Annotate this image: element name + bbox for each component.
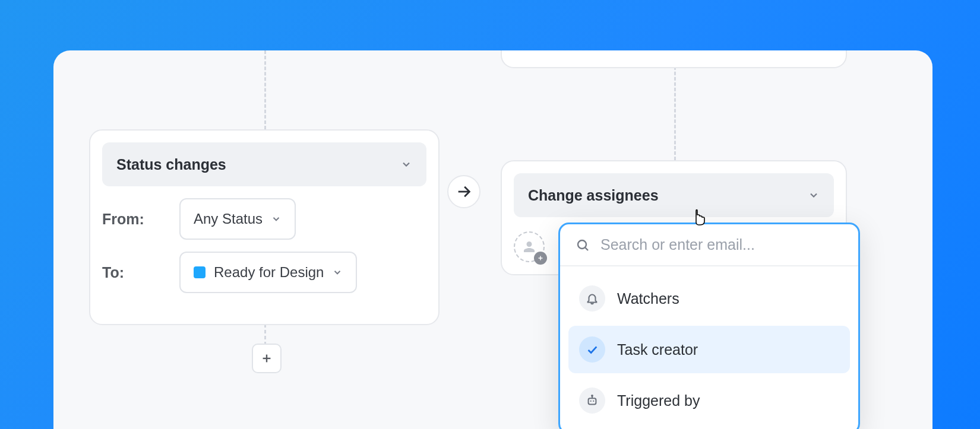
- chevron-down-icon: [271, 214, 282, 224]
- to-label: To:: [102, 264, 169, 281]
- option-triggered-by[interactable]: Triggered by: [568, 377, 850, 424]
- trigger-card: Status changes From: Any Status To: Read…: [89, 129, 440, 325]
- chevron-down-icon: [400, 158, 412, 170]
- connector-line: [264, 50, 266, 129]
- trigger-type-selector[interactable]: Status changes: [102, 142, 426, 186]
- arrow-right-icon: [456, 183, 472, 200]
- from-status-selector[interactable]: Any Status: [179, 198, 296, 240]
- action-type-selector[interactable]: Change assignees: [514, 173, 834, 217]
- chevron-down-icon: [808, 189, 820, 201]
- robot-icon: [579, 387, 605, 414]
- dropdown-search-row: [560, 224, 858, 266]
- add-assignee-button[interactable]: [514, 231, 545, 262]
- plus-badge: [534, 252, 547, 265]
- option-task-creator[interactable]: Task creator: [568, 326, 850, 373]
- add-step-button[interactable]: [252, 344, 282, 373]
- trigger-type-label: Status changes: [116, 156, 226, 173]
- to-status-selector[interactable]: Ready for Design: [179, 252, 357, 293]
- to-status-value: Ready for Design: [214, 264, 324, 281]
- svg-rect-7: [589, 398, 596, 404]
- chevron-down-icon: [332, 267, 343, 278]
- assignee-search-input[interactable]: [600, 236, 843, 253]
- action-card-preview: [501, 50, 847, 68]
- option-label: Triggered by: [617, 392, 700, 409]
- svg-point-5: [578, 240, 586, 249]
- from-label: From:: [102, 211, 169, 228]
- flow-arrow: [447, 175, 480, 208]
- action-type-label: Change assignees: [528, 187, 659, 204]
- status-color-swatch: [194, 266, 206, 278]
- option-label: Task creator: [617, 341, 698, 358]
- assignee-dropdown: Watchers Task creator Triggered by: [558, 223, 860, 429]
- option-label: Watchers: [617, 290, 679, 307]
- person-icon: [522, 240, 536, 254]
- plus-icon: [537, 255, 544, 262]
- svg-point-8: [590, 401, 592, 402]
- bell-icon: [579, 285, 605, 312]
- svg-point-11: [592, 395, 593, 396]
- svg-point-9: [593, 401, 594, 402]
- plus-icon: [260, 352, 273, 365]
- from-status-value: Any Status: [194, 211, 263, 227]
- dropdown-list: Watchers Task creator Triggered by: [560, 266, 858, 429]
- check-icon: [579, 336, 605, 363]
- automation-canvas: Status changes From: Any Status To: Read…: [53, 50, 932, 429]
- option-watchers[interactable]: Watchers: [568, 275, 850, 322]
- connector-line: [264, 324, 266, 345]
- svg-line-6: [586, 247, 589, 250]
- search-icon: [576, 238, 590, 252]
